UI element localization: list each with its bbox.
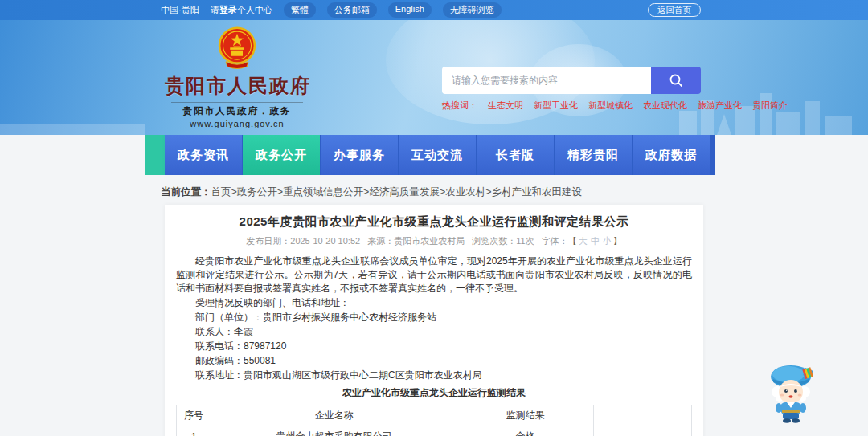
nav-item[interactable]: 互动交流 [399, 135, 476, 175]
article-meta: 发布日期：2025-10-20 10:52 来源：贵阳市农业农村局 浏览次数：1… [176, 235, 692, 247]
hot-search-word[interactable]: 新型工业化 [534, 100, 578, 112]
table-cell: 1 [177, 426, 211, 436]
table-header-row: 序号企业名称监测结果 [177, 405, 692, 426]
hot-search-word[interactable]: 旅游产业化 [698, 100, 742, 112]
site-title: 贵阳市人民政府 [165, 73, 309, 99]
table-title: 农业产业化市级重点龙头企业运行监测结果 [176, 386, 692, 400]
page: 中国·贵阳 请登录个人中心 繁體公务邮箱English无障碍浏览 返回首页 [0, 0, 868, 436]
city-silhouette [805, 101, 820, 135]
breadcrumb: 当前位置：首页>政务公开>重点领域信息公开>经济高质量发展>农业农村>乡村产业和… [161, 185, 582, 199]
site-subtitle: 贵阳市人民政府．政务 [165, 105, 309, 117]
city-silhouette [825, 116, 852, 135]
hot-search-row: 热搜词： 生态文明新型工业化新型城镇化农业现代化旅游产业化贵阳简介 [442, 100, 701, 112]
font-size-option[interactable]: 小 [603, 236, 612, 246]
hot-search-label: 热搜词： [442, 100, 477, 112]
views-label: 浏览次数： [472, 236, 516, 246]
font-size-option[interactable]: 大 [579, 236, 588, 246]
city-silhouette [0, 124, 145, 135]
table-cell: 贵州合力超市采购有限公司 [211, 426, 457, 436]
font-size-options: 大中小 [577, 236, 613, 246]
article-card: 2025年度贵阳市农业产业化市级重点龙头企业运行监测和评定结果公示 发布日期：2… [165, 205, 703, 436]
table-header-cell: 监测结果 [457, 405, 594, 426]
table-body: 1贵州合力超市采购有限公司合格2贵州友禾种业有限公司合格3贵州松果鲜农产品有限公… [177, 426, 692, 436]
nav-item[interactable]: 精彩贵阳 [555, 135, 632, 175]
topbar-pill-link[interactable]: English [388, 2, 432, 18]
source: 贵阳市农业农村局 [394, 236, 465, 246]
region-link[interactable]: 中国·贵阳 [161, 4, 199, 16]
monitor-result-table: 序号企业名称监测结果 1贵州合力超市采购有限公司合格2贵州友禾种业有限公司合格3… [176, 405, 692, 436]
article-paragraph: 联系人：李霞 [176, 325, 692, 339]
article-paragraph: 受理情况反映的部门、电话和地址： [176, 296, 692, 310]
topbar-pill-link[interactable]: 繁體 [284, 2, 316, 18]
nav-item[interactable]: 政务资讯 [165, 135, 242, 175]
site-header: 贵阳市人民政府 贵阳市人民政府．政务 www.guiyang.gov.cn 热搜… [0, 20, 868, 135]
font-size-label: 字体： [542, 236, 568, 246]
table-row: 1贵州合力超市采购有限公司合格 [177, 426, 692, 436]
mascot-assistant[interactable] [764, 360, 820, 427]
article-body: 经贵阳市农业产业化市级重点龙头企业联席会议成员单位审定，现对2025年开展的农业… [176, 255, 692, 382]
back-to-home-button[interactable]: 返回首页 [648, 3, 701, 17]
city-silhouette [717, 114, 731, 135]
publish-date-label: 发布日期： [246, 236, 290, 246]
site-logo[interactable]: 贵阳市人民政府 贵阳市人民政府．政务 www.guiyang.gov.cn [165, 26, 309, 128]
search-input[interactable] [442, 67, 651, 94]
article-paragraph: 联系地址：贵阳市观山湖区市级行政中心二期C区贵阳市农业农村局 [176, 369, 692, 382]
breadcrumb-path[interactable]: 首页>政务公开>重点领域信息公开>经济高质量发展>农业农村>乡村产业和农田建设 [211, 186, 583, 198]
city-silhouette [776, 112, 800, 135]
hot-search-word[interactable]: 农业现代化 [643, 100, 687, 112]
source-label: 来源： [367, 236, 394, 246]
national-emblem-icon [215, 26, 259, 71]
article-paragraph: 联系电话：87987120 [176, 340, 692, 353]
nav-item[interactable]: 办事服务 [321, 135, 398, 175]
article-paragraph: 部门（单位）：贵阳市乡村振兴服务中心农村经济服务站 [176, 311, 692, 324]
nav-item[interactable]: 长者版 [477, 135, 554, 175]
article-paragraph: 经贵阳市农业产业化市级重点龙头企业联席会议成员单位审定，现对2025年开展的农业… [176, 255, 692, 295]
login-link[interactable]: 请登录个人中心 [211, 4, 272, 16]
main-nav: 政务资讯政务公开办事服务互动交流长者版精彩贵阳政府数据 [145, 135, 715, 175]
font-size-option[interactable]: 中 [591, 236, 600, 246]
breadcrumb-label: 当前位置： [161, 186, 211, 198]
font-size-control: 【大中小】 [568, 236, 622, 246]
search-button[interactable] [651, 67, 701, 94]
topbar-pills: 繁體公务邮箱English无障碍浏览 [284, 2, 502, 18]
table-header-cell: 序号 [177, 405, 211, 426]
article-title: 2025年度贵阳市农业产业化市级重点龙头企业运行监测和评定结果公示 [176, 214, 692, 230]
hot-search-words: 生态文明新型工业化新型城镇化农业现代化旅游产业化贵阳简介 [488, 100, 788, 112]
mascot-icon [764, 360, 820, 424]
search-icon [668, 72, 684, 88]
hot-search-word[interactable]: 新型城镇化 [588, 100, 633, 112]
site-url: www.guiyang.gov.cn [165, 119, 309, 128]
table-header-cell [594, 405, 692, 426]
search-zone: 热搜词： 生态文明新型工业化新型城镇化农业现代化旅游产业化贵阳简介 [442, 67, 701, 112]
topbar-pill-link[interactable]: 无障碍浏览 [443, 2, 502, 18]
topbar-pill-link[interactable]: 公务邮箱 [327, 2, 377, 18]
nav-item[interactable]: 政府数据 [633, 135, 710, 175]
city-silhouette [679, 111, 697, 135]
top-utility-bar: 中国·贵阳 请登录个人中心 繁體公务邮箱English无障碍浏览 返回首页 [0, 0, 868, 20]
views: 11次 [516, 236, 534, 246]
hot-search-word[interactable]: 贵阳简介 [752, 100, 788, 112]
table-header-cell: 企业名称 [211, 405, 457, 426]
table-cell: 合格 [457, 426, 594, 436]
logo-divider [171, 102, 303, 103]
article-paragraph: 邮政编码：550081 [176, 354, 692, 368]
hot-search-word[interactable]: 生态文明 [488, 100, 523, 112]
publish-date: 2025-10-20 10:52 [290, 236, 360, 246]
table-cell [594, 426, 692, 436]
nav-item[interactable]: 政务公开 [243, 135, 320, 175]
